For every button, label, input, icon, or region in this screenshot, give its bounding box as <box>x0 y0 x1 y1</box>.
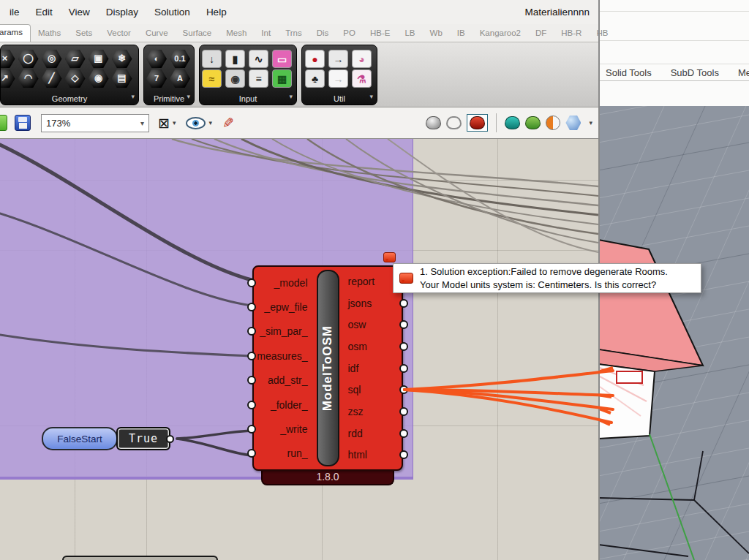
group-expand-icon[interactable]: ▾ <box>131 93 135 100</box>
wire[interactable] <box>388 139 598 252</box>
output-port[interactable] <box>399 299 408 308</box>
ribbon-tab[interactable]: HB <box>589 26 615 40</box>
menu-item[interactable]: Help <box>198 4 235 20</box>
new-document-icon[interactable] <box>0 115 7 131</box>
scribble-icon[interactable]: ≈ <box>202 69 222 88</box>
integer-icon[interactable]: 7 <box>146 69 167 88</box>
box-edge[interactable] <box>598 498 694 500</box>
roof-face[interactable] <box>598 240 703 366</box>
rhino-tab[interactable]: Mes <box>738 67 749 78</box>
input-port[interactable] <box>247 401 256 409</box>
menu-item[interactable]: View <box>61 4 98 20</box>
group-expand-icon[interactable]: ▾ <box>369 93 373 100</box>
ribbon-tab[interactable]: Wb <box>423 26 450 40</box>
draw-icons-icon[interactable] <box>525 116 541 129</box>
input-port[interactable] <box>247 279 256 287</box>
toggle-label[interactable]: FalseStart <box>42 427 118 450</box>
chevron-down-icon[interactable]: ▾ <box>173 119 176 126</box>
ribbon-tab[interactable]: Sets <box>68 26 99 40</box>
ribbon-tab[interactable]: Dis <box>309 26 336 40</box>
menu-item[interactable]: Edit <box>28 4 61 20</box>
line-icon[interactable]: ╱ <box>42 69 62 88</box>
ribbon-tab[interactable]: DF <box>528 26 554 40</box>
output-port[interactable] <box>399 407 408 416</box>
text-icon[interactable]: A <box>170 69 190 88</box>
gh-canvas[interactable]: _model _epw_file _sim_par_ measures_ add… <box>0 139 598 560</box>
box-edge[interactable] <box>694 451 703 500</box>
preview-off-icon[interactable] <box>426 116 441 129</box>
output-port[interactable] <box>399 342 408 351</box>
point-icon[interactable]: × <box>0 50 15 68</box>
save-icon[interactable] <box>15 115 31 131</box>
sketch-pen-icon[interactable]: ✎ <box>222 115 234 132</box>
ribbon-tab[interactable]: Mesh <box>219 26 254 40</box>
preview-mesh-quality-icon[interactable] <box>546 116 560 130</box>
arc-icon[interactable]: ◠ <box>18 69 39 88</box>
toggle-output-port[interactable] <box>166 435 174 443</box>
ribbon-tab[interactable]: HB-R <box>554 26 589 40</box>
cylinder-icon[interactable]: ◉ <box>89 69 109 88</box>
cluster-icon[interactable]: ◕ <box>352 50 372 68</box>
preview-shaded-icon[interactable] <box>470 116 485 129</box>
rectangle-icon[interactable]: ◇ <box>65 69 86 88</box>
mesh-sphere-icon[interactable]: ❄ <box>112 50 132 68</box>
ribbon-tab[interactable]: PO <box>336 26 363 40</box>
zoom-extents-icon[interactable]: ⊠ <box>158 116 170 130</box>
ribbon-tab[interactable]: Maths <box>31 26 68 40</box>
ribbon-tab[interactable]: Int <box>254 26 278 40</box>
toggle-value[interactable]: True <box>116 427 170 450</box>
galapagos-tree-icon[interactable]: ♣ <box>305 69 325 88</box>
group-expand-icon[interactable]: ▾ <box>187 93 190 100</box>
panel-icon[interactable]: ▭ <box>272 50 292 68</box>
ribbon-tab[interactable]: Trns <box>278 26 309 40</box>
knob-icon[interactable]: ◉ <box>225 69 245 88</box>
input-port[interactable] <box>247 352 256 360</box>
ribbon-tab[interactable]: IB <box>450 26 473 40</box>
chevron-down-icon[interactable]: ▾ <box>208 119 212 126</box>
cherry-picker-icon[interactable]: ● <box>305 50 325 68</box>
preview-eye-icon[interactable] <box>186 117 206 129</box>
value-list-icon[interactable]: ≡ <box>249 69 268 88</box>
document-preview-icon[interactable] <box>565 116 581 130</box>
component-name-capsule[interactable]: ModelToOSM <box>317 270 339 466</box>
box-edge[interactable] <box>598 545 688 556</box>
number-icon[interactable]: 0.1 <box>170 50 190 68</box>
ribbon-tab-active[interactable]: arams <box>0 24 31 42</box>
slider-icon[interactable]: ▮ <box>225 50 245 68</box>
box-edge[interactable] <box>694 500 749 553</box>
gradient-icon[interactable]: ▦ <box>272 69 292 88</box>
group-expand-icon[interactable]: ▾ <box>289 93 293 100</box>
ribbon-tab[interactable]: Kangaroo2 <box>473 26 528 40</box>
input-port[interactable] <box>247 425 256 434</box>
box-icon[interactable]: ▣ <box>89 50 109 68</box>
rhino-viewport[interactable] <box>598 106 749 560</box>
spiral-icon[interactable]: ◎ <box>42 50 62 68</box>
ribbon-tab[interactable]: HB-E <box>363 26 397 40</box>
boolean-toggle[interactable]: FalseStart True <box>42 426 174 451</box>
rhino-tab[interactable]: SubD Tools <box>671 67 719 78</box>
input-port[interactable] <box>247 303 256 311</box>
jump-arrow-icon[interactable]: → <box>328 69 348 88</box>
surface-icon[interactable]: ▤ <box>112 69 132 88</box>
partial-component[interactable] <box>62 556 218 560</box>
relay-arrow-icon[interactable]: → <box>328 50 348 68</box>
house-window[interactable] <box>617 371 642 383</box>
component-modeltoosm[interactable]: _model _epw_file _sim_par_ measures_ add… <box>252 265 403 485</box>
error-balloon-icon[interactable] <box>383 252 396 262</box>
graph-mapper-icon[interactable]: ∿ <box>249 50 268 68</box>
plane-icon[interactable]: ▱ <box>65 50 86 68</box>
menu-item[interactable]: Display <box>98 4 146 20</box>
menu-item[interactable]: ile <box>1 4 28 20</box>
ribbon-tab[interactable]: LB <box>397 26 422 40</box>
vector-icon[interactable]: ↗ <box>0 69 15 88</box>
ribbon-tab[interactable]: Surface <box>176 26 219 40</box>
circle-icon[interactable]: ◯ <box>18 50 39 68</box>
rhino-tab[interactable]: Solid Tools <box>606 67 652 78</box>
output-port[interactable] <box>399 429 408 438</box>
ribbon-tab[interactable]: Vector <box>99 26 138 40</box>
flask-icon[interactable]: ⚗ <box>352 69 372 88</box>
chevron-down-icon[interactable]: ▾ <box>589 119 592 126</box>
zoom-level-select[interactable]: 173% ▾ <box>41 114 149 132</box>
preview-wireframe-icon[interactable] <box>446 116 462 129</box>
only-draw-selected-icon[interactable] <box>505 116 520 129</box>
